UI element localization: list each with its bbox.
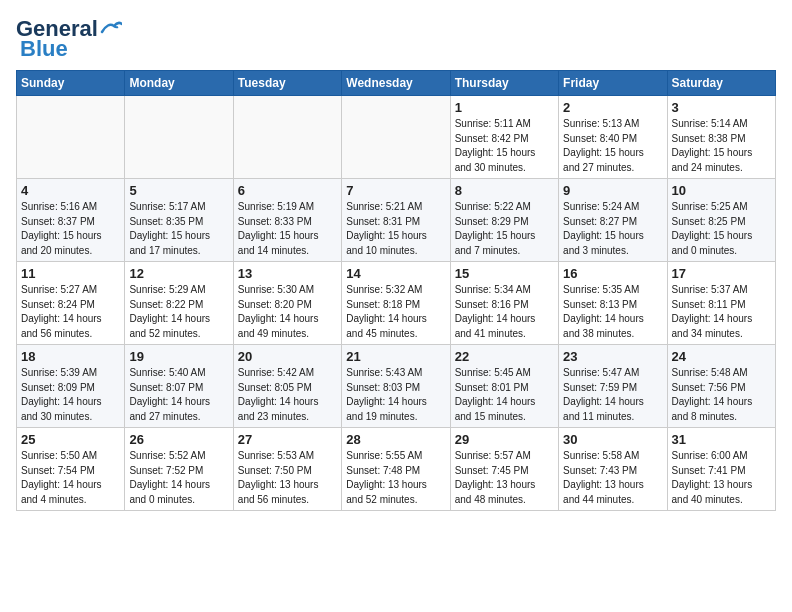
calendar-cell: 24Sunrise: 5:48 AM Sunset: 7:56 PM Dayli… [667, 345, 775, 428]
calendar-cell: 31Sunrise: 6:00 AM Sunset: 7:41 PM Dayli… [667, 428, 775, 511]
day-number: 14 [346, 266, 445, 281]
day-info: Sunrise: 5:43 AM Sunset: 8:03 PM Dayligh… [346, 366, 445, 424]
day-info: Sunrise: 5:35 AM Sunset: 8:13 PM Dayligh… [563, 283, 662, 341]
day-info: Sunrise: 5:40 AM Sunset: 8:07 PM Dayligh… [129, 366, 228, 424]
day-info: Sunrise: 5:25 AM Sunset: 8:25 PM Dayligh… [672, 200, 771, 258]
day-number: 18 [21, 349, 120, 364]
day-info: Sunrise: 5:57 AM Sunset: 7:45 PM Dayligh… [455, 449, 554, 507]
day-info: Sunrise: 5:42 AM Sunset: 8:05 PM Dayligh… [238, 366, 337, 424]
calendar-cell: 28Sunrise: 5:55 AM Sunset: 7:48 PM Dayli… [342, 428, 450, 511]
day-number: 16 [563, 266, 662, 281]
day-number: 24 [672, 349, 771, 364]
calendar-cell: 10Sunrise: 5:25 AM Sunset: 8:25 PM Dayli… [667, 179, 775, 262]
calendar-cell: 4Sunrise: 5:16 AM Sunset: 8:37 PM Daylig… [17, 179, 125, 262]
calendar-cell: 6Sunrise: 5:19 AM Sunset: 8:33 PM Daylig… [233, 179, 341, 262]
calendar-week-row: 11Sunrise: 5:27 AM Sunset: 8:24 PM Dayli… [17, 262, 776, 345]
day-number: 17 [672, 266, 771, 281]
calendar-cell: 14Sunrise: 5:32 AM Sunset: 8:18 PM Dayli… [342, 262, 450, 345]
day-info: Sunrise: 5:21 AM Sunset: 8:31 PM Dayligh… [346, 200, 445, 258]
day-number: 6 [238, 183, 337, 198]
calendar-cell: 22Sunrise: 5:45 AM Sunset: 8:01 PM Dayli… [450, 345, 558, 428]
calendar-week-row: 1Sunrise: 5:11 AM Sunset: 8:42 PM Daylig… [17, 96, 776, 179]
header-sunday: Sunday [17, 71, 125, 96]
day-info: Sunrise: 5:22 AM Sunset: 8:29 PM Dayligh… [455, 200, 554, 258]
day-info: Sunrise: 5:29 AM Sunset: 8:22 PM Dayligh… [129, 283, 228, 341]
day-info: Sunrise: 5:27 AM Sunset: 8:24 PM Dayligh… [21, 283, 120, 341]
header-friday: Friday [559, 71, 667, 96]
day-number: 25 [21, 432, 120, 447]
day-number: 22 [455, 349, 554, 364]
day-info: Sunrise: 5:32 AM Sunset: 8:18 PM Dayligh… [346, 283, 445, 341]
calendar-cell: 11Sunrise: 5:27 AM Sunset: 8:24 PM Dayli… [17, 262, 125, 345]
header-wednesday: Wednesday [342, 71, 450, 96]
calendar-cell: 3Sunrise: 5:14 AM Sunset: 8:38 PM Daylig… [667, 96, 775, 179]
day-number: 21 [346, 349, 445, 364]
calendar-cell: 16Sunrise: 5:35 AM Sunset: 8:13 PM Dayli… [559, 262, 667, 345]
day-number: 4 [21, 183, 120, 198]
calendar-header-row: SundayMondayTuesdayWednesdayThursdayFrid… [17, 71, 776, 96]
day-info: Sunrise: 5:53 AM Sunset: 7:50 PM Dayligh… [238, 449, 337, 507]
day-number: 9 [563, 183, 662, 198]
calendar-cell: 25Sunrise: 5:50 AM Sunset: 7:54 PM Dayli… [17, 428, 125, 511]
day-number: 5 [129, 183, 228, 198]
header-saturday: Saturday [667, 71, 775, 96]
calendar-cell: 20Sunrise: 5:42 AM Sunset: 8:05 PM Dayli… [233, 345, 341, 428]
day-number: 26 [129, 432, 228, 447]
day-number: 10 [672, 183, 771, 198]
calendar-cell [342, 96, 450, 179]
day-info: Sunrise: 6:00 AM Sunset: 7:41 PM Dayligh… [672, 449, 771, 507]
calendar-table: SundayMondayTuesdayWednesdayThursdayFrid… [16, 70, 776, 511]
day-info: Sunrise: 5:50 AM Sunset: 7:54 PM Dayligh… [21, 449, 120, 507]
day-info: Sunrise: 5:24 AM Sunset: 8:27 PM Dayligh… [563, 200, 662, 258]
calendar-cell: 21Sunrise: 5:43 AM Sunset: 8:03 PM Dayli… [342, 345, 450, 428]
day-info: Sunrise: 5:30 AM Sunset: 8:20 PM Dayligh… [238, 283, 337, 341]
day-info: Sunrise: 5:34 AM Sunset: 8:16 PM Dayligh… [455, 283, 554, 341]
calendar-cell: 5Sunrise: 5:17 AM Sunset: 8:35 PM Daylig… [125, 179, 233, 262]
calendar-cell: 1Sunrise: 5:11 AM Sunset: 8:42 PM Daylig… [450, 96, 558, 179]
calendar-cell: 2Sunrise: 5:13 AM Sunset: 8:40 PM Daylig… [559, 96, 667, 179]
header-tuesday: Tuesday [233, 71, 341, 96]
header-monday: Monday [125, 71, 233, 96]
logo-blue: Blue [20, 36, 68, 62]
day-number: 23 [563, 349, 662, 364]
calendar-cell [233, 96, 341, 179]
calendar-cell: 18Sunrise: 5:39 AM Sunset: 8:09 PM Dayli… [17, 345, 125, 428]
day-info: Sunrise: 5:52 AM Sunset: 7:52 PM Dayligh… [129, 449, 228, 507]
day-info: Sunrise: 5:48 AM Sunset: 7:56 PM Dayligh… [672, 366, 771, 424]
calendar-cell: 29Sunrise: 5:57 AM Sunset: 7:45 PM Dayli… [450, 428, 558, 511]
calendar-cell: 19Sunrise: 5:40 AM Sunset: 8:07 PM Dayli… [125, 345, 233, 428]
day-number: 1 [455, 100, 554, 115]
header-thursday: Thursday [450, 71, 558, 96]
calendar-cell: 12Sunrise: 5:29 AM Sunset: 8:22 PM Dayli… [125, 262, 233, 345]
day-number: 7 [346, 183, 445, 198]
calendar-cell [17, 96, 125, 179]
page-header: General Blue [16, 16, 776, 62]
day-info: Sunrise: 5:45 AM Sunset: 8:01 PM Dayligh… [455, 366, 554, 424]
calendar-cell: 8Sunrise: 5:22 AM Sunset: 8:29 PM Daylig… [450, 179, 558, 262]
logo: General Blue [16, 16, 122, 62]
day-info: Sunrise: 5:17 AM Sunset: 8:35 PM Dayligh… [129, 200, 228, 258]
day-number: 27 [238, 432, 337, 447]
day-number: 20 [238, 349, 337, 364]
day-number: 2 [563, 100, 662, 115]
calendar-cell: 23Sunrise: 5:47 AM Sunset: 7:59 PM Dayli… [559, 345, 667, 428]
calendar-cell: 7Sunrise: 5:21 AM Sunset: 8:31 PM Daylig… [342, 179, 450, 262]
calendar-cell: 26Sunrise: 5:52 AM Sunset: 7:52 PM Dayli… [125, 428, 233, 511]
day-number: 30 [563, 432, 662, 447]
day-number: 13 [238, 266, 337, 281]
day-info: Sunrise: 5:14 AM Sunset: 8:38 PM Dayligh… [672, 117, 771, 175]
calendar-cell: 9Sunrise: 5:24 AM Sunset: 8:27 PM Daylig… [559, 179, 667, 262]
calendar-week-row: 25Sunrise: 5:50 AM Sunset: 7:54 PM Dayli… [17, 428, 776, 511]
day-info: Sunrise: 5:39 AM Sunset: 8:09 PM Dayligh… [21, 366, 120, 424]
day-info: Sunrise: 5:11 AM Sunset: 8:42 PM Dayligh… [455, 117, 554, 175]
calendar-cell: 17Sunrise: 5:37 AM Sunset: 8:11 PM Dayli… [667, 262, 775, 345]
day-number: 3 [672, 100, 771, 115]
day-info: Sunrise: 5:47 AM Sunset: 7:59 PM Dayligh… [563, 366, 662, 424]
calendar-cell [125, 96, 233, 179]
day-info: Sunrise: 5:37 AM Sunset: 8:11 PM Dayligh… [672, 283, 771, 341]
calendar-cell: 27Sunrise: 5:53 AM Sunset: 7:50 PM Dayli… [233, 428, 341, 511]
day-number: 29 [455, 432, 554, 447]
calendar-week-row: 4Sunrise: 5:16 AM Sunset: 8:37 PM Daylig… [17, 179, 776, 262]
calendar-cell: 30Sunrise: 5:58 AM Sunset: 7:43 PM Dayli… [559, 428, 667, 511]
day-info: Sunrise: 5:13 AM Sunset: 8:40 PM Dayligh… [563, 117, 662, 175]
